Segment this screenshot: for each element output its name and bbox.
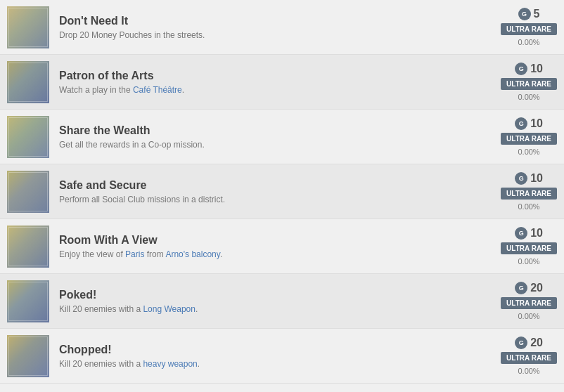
points-badge: G 20 xyxy=(515,282,543,294)
achievement-title: Share the Wealth xyxy=(59,124,494,137)
achievement-info: Chopped! Kill 20 enemies with a heavy we… xyxy=(59,344,494,369)
rarity-badge: ULTRA RARE xyxy=(501,297,557,309)
g-icon: G xyxy=(515,337,527,349)
achievement-item: Chopped! Kill 20 enemies with a heavy we… xyxy=(0,329,564,384)
achievement-title: Patron of the Arts xyxy=(59,70,494,82)
achievement-item: Safe and Secure Perform all Social Club … xyxy=(0,164,564,219)
rarity-percent: 0.00% xyxy=(518,93,539,101)
rarity-badge: ULTRA RARE xyxy=(501,23,557,35)
points-value: 20 xyxy=(530,337,543,349)
rarity-percent: 0.00% xyxy=(518,148,539,156)
points-badge: G 20 xyxy=(515,337,543,349)
achievement-right: G 10 ULTRA RARE 0.00% xyxy=(501,63,557,101)
achievement-thumbnail xyxy=(7,280,49,322)
achievement-item: Don't Need It Drop 20 Money Pouches in t… xyxy=(0,0,564,55)
achievement-title: Poked! xyxy=(59,289,494,301)
achievement-title: Don't Need It xyxy=(59,15,494,27)
points-badge: G 10 xyxy=(515,117,543,130)
achievement-desc: Enjoy the view of Paris from Arno's balc… xyxy=(59,249,494,259)
achievement-thumbnail xyxy=(7,6,49,48)
achievement-title: Chopped! xyxy=(59,344,494,356)
achievement-thumbnail xyxy=(7,226,49,268)
achievement-info: Safe and Secure Perform all Social Club … xyxy=(59,179,494,204)
achievement-info: Room With A View Enjoy the view of Paris… xyxy=(59,234,494,259)
points-value: 5 xyxy=(534,8,540,20)
g-icon: G xyxy=(515,63,527,75)
achievement-info: Poked! Kill 20 enemies with a Long Weapo… xyxy=(59,289,494,314)
achievement-desc: Drop 20 Money Pouches in the streets. xyxy=(59,30,494,40)
rarity-percent: 0.00% xyxy=(518,257,539,266)
rarity-percent: 0.00% xyxy=(518,367,539,375)
points-badge: G 5 xyxy=(518,8,540,20)
points-badge: G 10 xyxy=(515,227,543,240)
achievement-desc: Kill 20 enemies with a Long Weapon. xyxy=(59,304,494,314)
g-icon: G xyxy=(518,8,531,20)
g-icon: G xyxy=(515,172,527,185)
rarity-badge: ULTRA RARE xyxy=(501,352,557,364)
rarity-percent: 0.00% xyxy=(518,202,539,211)
achievement-item: Patron of the Arts Watch a play in the C… xyxy=(0,55,564,110)
achievement-thumbnail xyxy=(7,171,49,213)
g-icon: G xyxy=(515,117,527,130)
points-badge: G 10 xyxy=(515,172,543,185)
achievement-desc: Perform all Social Club missions in a di… xyxy=(59,195,494,204)
rarity-badge: ULTRA RARE xyxy=(501,188,557,200)
achievement-item: Share the Wealth Get all the rewards in … xyxy=(0,110,564,164)
achievement-right: G 10 ULTRA RARE 0.00% xyxy=(501,117,557,156)
achievement-list: Don't Need It Drop 20 Money Pouches in t… xyxy=(0,0,564,384)
rarity-percent: 0.00% xyxy=(518,38,539,46)
achievement-info: Patron of the Arts Watch a play in the C… xyxy=(59,70,494,95)
points-value: 10 xyxy=(530,227,543,240)
achievement-desc: Kill 20 enemies with a heavy weapon. xyxy=(59,359,494,369)
achievement-info: Share the Wealth Get all the rewards in … xyxy=(59,124,494,150)
achievement-thumbnail xyxy=(7,61,49,103)
points-value: 20 xyxy=(530,282,543,294)
g-icon: G xyxy=(515,282,527,294)
rarity-percent: 0.00% xyxy=(518,312,539,320)
achievement-right: G 5 ULTRA RARE 0.00% xyxy=(501,8,557,46)
achievement-right: G 10 ULTRA RARE 0.00% xyxy=(501,227,557,266)
achievement-desc: Get all the rewards in a Co-op mission. xyxy=(59,140,494,150)
achievement-info: Don't Need It Drop 20 Money Pouches in t… xyxy=(59,15,494,40)
achievement-right: G 20 ULTRA RARE 0.00% xyxy=(501,337,557,375)
points-badge: G 10 xyxy=(515,63,543,75)
achievement-item: Poked! Kill 20 enemies with a Long Weapo… xyxy=(0,274,564,329)
points-value: 10 xyxy=(530,63,543,75)
achievement-right: G 20 ULTRA RARE 0.00% xyxy=(501,282,557,320)
points-value: 10 xyxy=(530,172,543,185)
achievement-thumbnail xyxy=(7,116,49,158)
points-value: 10 xyxy=(530,117,543,130)
rarity-badge: ULTRA RARE xyxy=(501,242,557,254)
achievement-thumbnail xyxy=(7,335,49,377)
achievement-desc: Watch a play in the Café Théâtre. xyxy=(59,85,494,95)
g-icon: G xyxy=(515,227,527,240)
achievement-right: G 10 ULTRA RARE 0.00% xyxy=(501,172,557,211)
rarity-badge: ULTRA RARE xyxy=(501,78,557,90)
achievement-title: Safe and Secure xyxy=(59,179,494,192)
achievement-title: Room With A View xyxy=(59,234,494,247)
achievement-item: Room With A View Enjoy the view of Paris… xyxy=(0,219,564,274)
rarity-badge: ULTRA RARE xyxy=(501,133,557,145)
